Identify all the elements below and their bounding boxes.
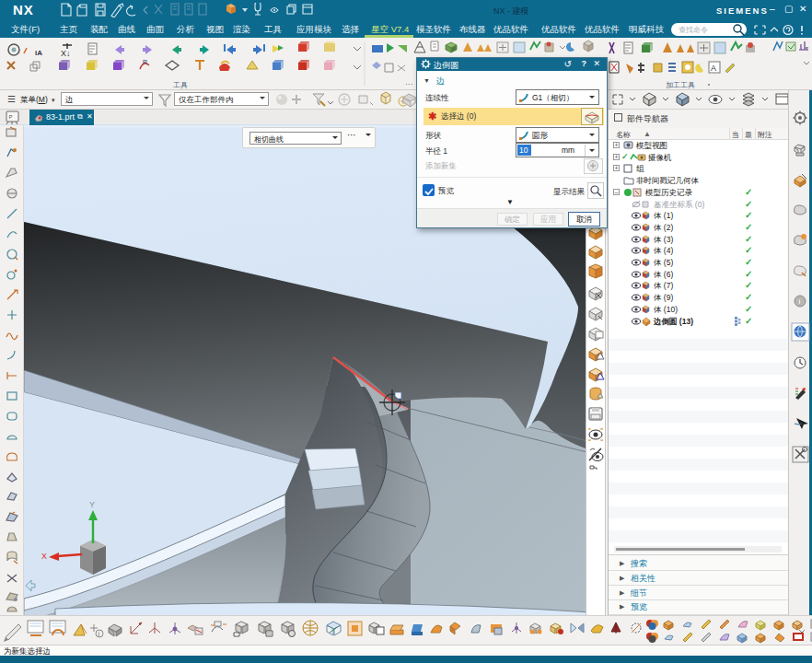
svg-text:iA: iA [35, 49, 42, 57]
svg-text:A: A [711, 64, 716, 73]
svg-text:P: P [9, 114, 13, 120]
svg-text:i: i [99, 631, 100, 637]
svg-text:i: i [799, 297, 801, 306]
svg-text:X: X [41, 552, 47, 561]
svg-text:Y: Y [89, 500, 95, 509]
svg-text:R: R [143, 59, 147, 65]
svg-text:▾: ▾ [805, 44, 808, 52]
svg-text:X↓: X↓ [61, 49, 71, 58]
